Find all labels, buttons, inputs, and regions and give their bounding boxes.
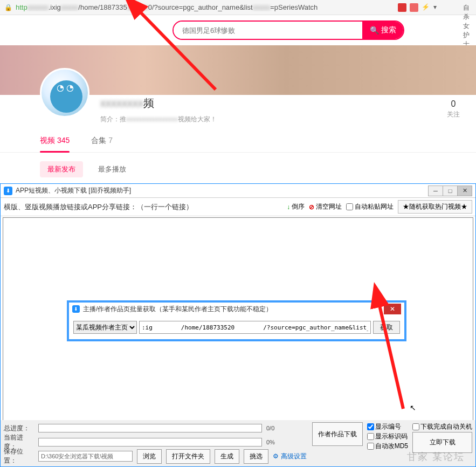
auto-shutdown-checkbox[interactable]: 下载完成自动关机	[412, 422, 472, 431]
app-toolbar: 横版、竖版视频播放链接或APP分享链接：（一行一个链接） ↓倒序 ⊘清空网址 自…	[1, 198, 475, 216]
search-row: 🔍搜索	[0, 15, 476, 45]
search-icon: 🔍	[370, 26, 379, 35]
search-box: 🔍搜索	[173, 20, 404, 40]
random-hot-button[interactable]: ★随机获取热门视频★	[398, 200, 472, 214]
url-textarea[interactable]: ⬇ 主播/作者作品页批量获取（某手和某民作者主页下载功能不稳定） ✕ 某瓜视频作…	[3, 217, 473, 427]
autopaste-checkbox[interactable]: 自动粘贴网址	[346, 202, 394, 211]
browse-button[interactable]: 浏览	[137, 449, 162, 464]
open-folder-button[interactable]: 打开文件夹	[166, 449, 210, 464]
generate-button[interactable]: 生成	[215, 449, 239, 464]
batch-fetch-modal: ⬇ 主播/作者作品页批量获取（某手和某民作者主页下载功能不稳定） ✕ 某瓜视频作…	[67, 300, 406, 341]
sort-latest[interactable]: 最新发布	[40, 161, 83, 177]
browser-extensions: ⚡ ▾ ⟳ 自杀女护士父亲发	[398, 3, 472, 12]
total-progress-label: 总进度：	[4, 424, 34, 433]
cursor-icon: ↖	[410, 403, 416, 412]
profile-name: xxxxxxxx频	[100, 96, 217, 111]
total-progress-bar	[38, 424, 262, 432]
current-progress-value: 0%	[266, 439, 288, 445]
author-url-input[interactable]	[139, 321, 371, 334]
modal-close-button[interactable]: ✕	[384, 304, 401, 314]
save-path-label: 保存位置：	[4, 447, 34, 465]
browser-address-bar: 🔒 httpxxxxxx.ixigxxxxx/home/1887335xxxxx…	[0, 0, 476, 15]
modal-titlebar: ⬇ 主播/作者作品页批量获取（某手和某民作者主页下载功能不稳定） ✕	[69, 303, 404, 315]
advanced-link[interactable]: ⚙ 高级设置	[273, 452, 306, 461]
bottom-panel: 总进度： 0/0 当前进度： 0% 保存位置： 浏览 打开文件夹 生成 挑选 ⚙	[1, 420, 475, 466]
modal-title-text: 主播/作者作品页批量获取（某手和某民作者主页下载功能不稳定）	[83, 305, 272, 314]
author-works-button[interactable]: 作者作品下载	[312, 422, 363, 446]
total-progress-value: 0/0	[266, 425, 288, 431]
lock-icon: 🔒	[4, 4, 12, 11]
suggestion-text[interactable]: ⟳ 自杀女护士父亲发	[456, 3, 472, 12]
show-number-checkbox[interactable]: 显示编号	[367, 422, 408, 431]
ext-icon[interactable]: ⚡	[422, 3, 430, 12]
maximize-button[interactable]: □	[443, 186, 458, 196]
stat-number: 0	[447, 99, 460, 109]
fetch-button[interactable]: 获取	[373, 321, 400, 334]
stat-label: 关注	[447, 110, 460, 119]
downloader-window: ⬇ APP短视频、小视频下载 [固乔视频助手] ─ □ ✕ 横版、竖版视频播放链…	[0, 183, 476, 467]
tab-videos[interactable]: 视频 345	[40, 136, 70, 152]
search-input[interactable]	[174, 22, 362, 39]
sort-toggle[interactable]: ↓倒序	[287, 202, 305, 211]
download-now-button[interactable]: 立即下载	[412, 432, 472, 453]
ext-icon[interactable]	[410, 3, 418, 12]
app-titlebar: ⬇ APP短视频、小视频下载 [固乔视频助手] ─ □ ✕	[1, 184, 475, 198]
tab-collections[interactable]: 合集 7	[91, 136, 113, 152]
save-path-input[interactable]	[38, 451, 133, 462]
profile-stats[interactable]: 0 关注	[447, 99, 460, 119]
minimize-button[interactable]: ─	[428, 186, 443, 196]
ext-icon[interactable]	[398, 3, 406, 12]
url-text[interactable]: httpxxxxxx.ixigxxxxx/home/1887335xxxxxx0…	[16, 3, 398, 11]
ext-icon[interactable]: ▾	[433, 3, 442, 12]
auto-md5-checkbox[interactable]: 自动改MD5	[367, 442, 408, 451]
toolbar-label: 横版、竖版视频播放链接或APP分享链接：（一行一个链接）	[4, 202, 193, 212]
show-code-checkbox[interactable]: 显示标识码	[367, 432, 408, 441]
sort-row: 最新发布 最多播放	[0, 153, 476, 186]
avatar[interactable]	[40, 68, 89, 118]
platform-select[interactable]: 某瓜视频作者主页	[73, 321, 137, 334]
modal-icon: ⬇	[72, 305, 80, 313]
clear-urls[interactable]: ⊘清空网址	[309, 202, 342, 211]
profile-section: xxxxxxxx频 简介：推xxxxxxxxxxxxxxxx视频给大家！ 0 关…	[0, 68, 476, 124]
profile-bio: 简介：推xxxxxxxxxxxxxxxx视频给大家！	[100, 115, 217, 124]
search-button[interactable]: 🔍搜索	[362, 22, 403, 39]
tabs: 视频 345 合集 7	[0, 124, 476, 153]
app-icon: ⬇	[4, 187, 12, 195]
select-button[interactable]: 挑选	[244, 449, 268, 464]
current-progress-bar	[38, 438, 262, 447]
app-title-text: APP短视频、小视频下载 [固乔视频助手]	[16, 186, 131, 195]
close-button[interactable]: ✕	[457, 186, 472, 196]
sort-most-played[interactable]: 最多播放	[91, 161, 134, 177]
